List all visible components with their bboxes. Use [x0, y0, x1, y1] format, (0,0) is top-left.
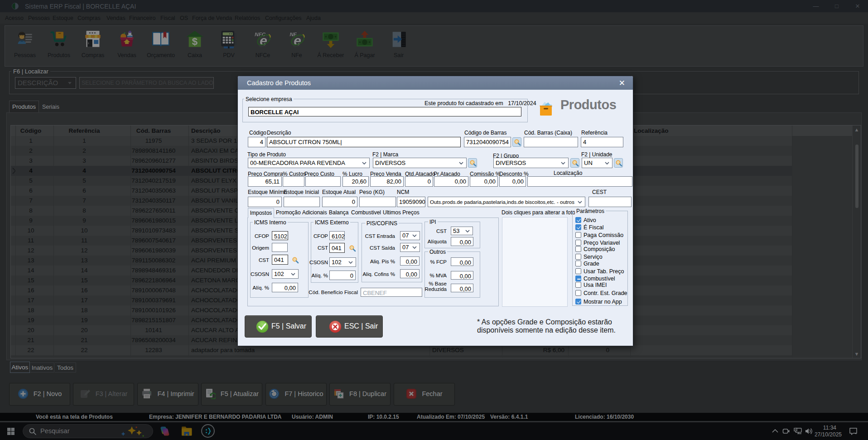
svg-text:$: $ [192, 36, 198, 47]
